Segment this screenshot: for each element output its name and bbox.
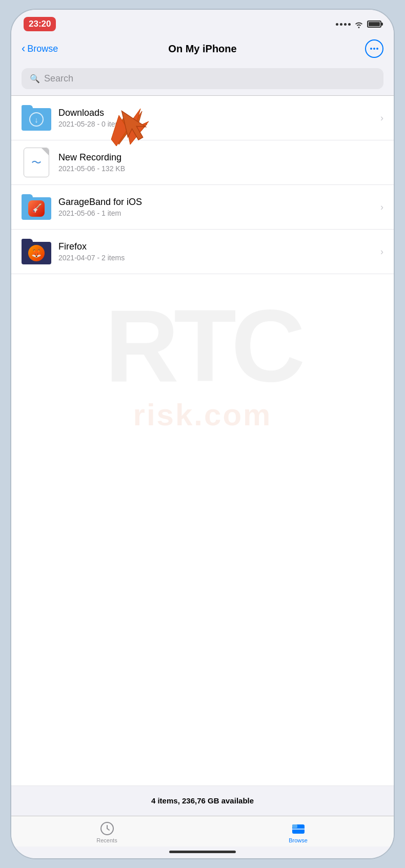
page-title: On My iPhone <box>168 43 236 55</box>
recording-info: New Recording 2021-05-06 - 132 KB <box>58 152 383 173</box>
recording-file-icon: 〜 <box>22 148 51 177</box>
chevron-right-icon: › <box>380 113 383 123</box>
empty-space: RTC risk.com <box>11 274 394 786</box>
downloads-meta: 2021-05-28 - 0 items <box>58 120 380 128</box>
waveform-icon: 〜 <box>31 156 42 170</box>
downloads-folder-icon: ↓ <box>22 103 51 133</box>
tab-recents[interactable]: Recents <box>11 821 202 843</box>
phone-frame: 23:20 ‹ Browse On My iP <box>10 9 395 859</box>
more-dot-1 <box>370 48 372 50</box>
more-dot-3 <box>376 48 378 50</box>
search-container: 🔍 Search <box>11 64 394 95</box>
tab-bar: Recents Browse <box>11 816 394 846</box>
firefox-info: Firefox 2021-04-07 - 2 items <box>58 241 380 262</box>
chevron-right-icon: › <box>380 202 383 213</box>
recording-name: New Recording <box>58 152 383 163</box>
search-placeholder: Search <box>44 73 73 84</box>
browse-icon <box>291 821 306 836</box>
list-item[interactable]: 🦊 Firefox 2021-04-07 - 2 items › <box>11 230 394 274</box>
search-bar[interactable]: 🔍 Search <box>22 68 383 89</box>
tab-browse-label: Browse <box>289 837 308 843</box>
search-icon: 🔍 <box>30 74 40 84</box>
list-item[interactable]: ↓ Downloads 2021-05-28 - 0 items › <box>11 96 394 140</box>
list-item[interactable]: 〜 New Recording 2021-05-06 - 132 KB <box>11 140 394 185</box>
recents-icon <box>100 821 114 836</box>
battery-icon <box>367 20 381 28</box>
signal-dot-1 <box>336 23 338 26</box>
more-dots-icon <box>370 48 378 50</box>
downloads-info: Downloads 2021-05-28 - 0 items <box>58 108 380 128</box>
home-bar <box>169 851 236 853</box>
file-list: ↓ Downloads 2021-05-28 - 0 items › <box>11 96 394 786</box>
svg-rect-5 <box>292 824 297 828</box>
tab-recents-label: Recents <box>96 837 117 843</box>
battery-fill <box>369 22 380 26</box>
back-label: Browse <box>27 44 58 54</box>
status-bar: 23:20 <box>11 10 394 35</box>
firefox-meta: 2021-04-07 - 2 items <box>58 254 380 262</box>
downloads-name: Downloads <box>58 108 380 118</box>
signal-dots <box>336 23 351 26</box>
garageband-name: GarageBand for iOS <box>58 197 380 208</box>
chevron-right-icon: › <box>380 246 383 257</box>
home-indicator <box>11 846 394 858</box>
garageband-info: GarageBand for iOS 2021-05-06 - 1 item <box>58 197 380 217</box>
back-chevron-icon: ‹ <box>22 43 25 54</box>
list-item[interactable]: 🎸 GarageBand for iOS 2021-05-06 - 1 item… <box>11 185 394 230</box>
wifi-icon <box>354 20 364 28</box>
signal-dot-3 <box>344 23 347 26</box>
status-icons <box>336 20 381 28</box>
garageband-meta: 2021-05-06 - 1 item <box>58 209 380 217</box>
garageband-folder-icon: 🎸 <box>22 192 51 222</box>
more-dot-2 <box>373 48 375 50</box>
storage-text: 4 items, 236,76 GB available <box>151 796 254 805</box>
firefox-folder-icon: 🦊 <box>22 237 51 266</box>
tab-browse[interactable]: Browse <box>202 821 394 843</box>
more-button[interactable] <box>365 39 383 58</box>
signal-dot-2 <box>340 23 342 26</box>
nav-header: ‹ Browse On My iPhone <box>11 35 394 64</box>
storage-info: 4 items, 236,76 GB available <box>11 786 394 816</box>
recording-meta: 2021-05-06 - 132 KB <box>58 164 383 173</box>
signal-dot-4 <box>348 23 351 26</box>
firefox-name: Firefox <box>58 241 380 252</box>
status-time: 23:20 <box>24 17 56 31</box>
back-button[interactable]: ‹ Browse <box>22 43 58 54</box>
